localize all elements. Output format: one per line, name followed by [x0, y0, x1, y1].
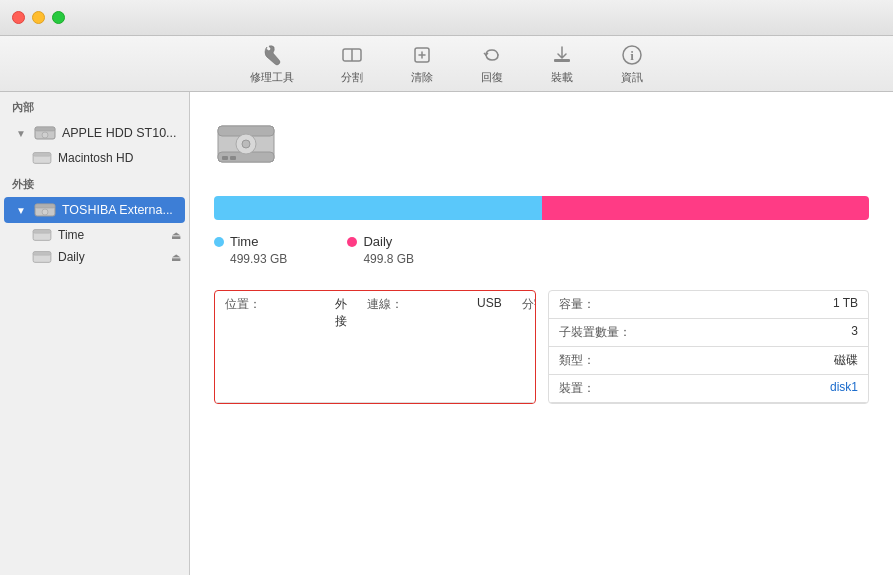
erase-icon: [410, 43, 434, 67]
legend-time: Time499.93 GB: [214, 234, 287, 266]
sidebar-item-macintosh-hd[interactable]: Macintosh HD: [0, 147, 189, 169]
chevron-icon: ▼: [16, 205, 26, 216]
mount-label: 裝載: [551, 70, 573, 85]
sidebar: 內部▼APPLE HDD ST10...Macintosh HD外接▼TOSHI…: [0, 92, 190, 575]
info-table-left: 位置：外接連線：USB分割區配置表：GUID 分割區配置表S.M.A.R.T. …: [214, 290, 536, 404]
info-value: 外接: [325, 291, 357, 402]
toolbar-mount[interactable]: 裝載: [542, 39, 582, 89]
info-table-right: 容量：1 TB子裝置數量：3類型：磁碟裝置：disk1: [548, 290, 870, 404]
legend-dot-row-daily: Daily: [347, 234, 414, 249]
toolbar-restore[interactable]: 回復: [472, 39, 512, 89]
info-icon: i: [620, 43, 644, 67]
mount-icon: [550, 43, 574, 67]
svg-rect-17: [33, 252, 51, 256]
disk-icon: [34, 201, 56, 219]
info-label: 資訊: [621, 70, 643, 85]
toolbar: 修理工具分割清除回復裝載i資訊: [0, 36, 893, 92]
sidebar-item-toshiba[interactable]: ▼TOSHIBA Externa...: [4, 197, 185, 223]
chevron-icon: ▼: [16, 128, 26, 139]
content-area: Time499.93 GBDaily499.8 GB 位置：外接連線：USB分割…: [190, 92, 893, 575]
main-layout: 內部▼APPLE HDD ST10...Macintosh HD外接▼TOSHI…: [0, 92, 893, 575]
svg-text:i: i: [630, 47, 634, 62]
info-row: 分割區配置表：GUID 分割區配置表: [512, 291, 536, 403]
titlebar: [0, 0, 893, 36]
sidebar-item-apple-hdd[interactable]: ▼APPLE HDD ST10...: [4, 120, 185, 146]
info-label: 類型：: [549, 347, 659, 374]
repair-icon: [260, 43, 284, 67]
sidebar-item-label: Macintosh HD: [58, 151, 133, 165]
info-row: 類型：磁碟: [549, 347, 869, 375]
sub-disk-icon: [32, 227, 52, 243]
sidebar-item-label: APPLE HDD ST10...: [62, 126, 177, 140]
erase-label: 清除: [411, 70, 433, 85]
eject-icon[interactable]: ⏏: [171, 251, 181, 264]
sidebar-item-label: Daily: [58, 250, 85, 264]
svg-rect-7: [35, 127, 55, 131]
svg-rect-24: [230, 156, 236, 160]
maximize-button[interactable]: [52, 11, 65, 24]
sidebar-section-external: 外接: [0, 169, 189, 196]
partition-time-bar: [214, 196, 542, 220]
info-label: 位置：: [215, 291, 325, 402]
minimize-button[interactable]: [32, 11, 45, 24]
toolbar-repair[interactable]: 修理工具: [242, 39, 302, 89]
info-value: 磁碟: [659, 347, 869, 374]
info-section: 位置：外接連線：USB分割區配置表：GUID 分割區配置表S.M.A.R.T. …: [214, 290, 869, 404]
info-row: 位置：外接: [215, 291, 357, 403]
toolbar-erase[interactable]: 清除: [402, 39, 442, 89]
eject-icon[interactable]: ⏏: [171, 229, 181, 242]
legend-daily: Daily499.8 GB: [347, 234, 414, 266]
restore-label: 回復: [481, 70, 503, 85]
info-value: USB: [467, 291, 512, 402]
device-icon: [214, 112, 278, 176]
toolbar-partition[interactable]: 分割: [332, 39, 372, 89]
restore-icon: [480, 43, 504, 67]
svg-point-8: [42, 132, 48, 138]
info-label: 子裝置數量：: [549, 319, 659, 346]
close-button[interactable]: [12, 11, 25, 24]
info-label: 裝置：: [549, 375, 659, 402]
svg-rect-10: [33, 153, 51, 157]
legend-size-daily: 499.8 GB: [347, 252, 414, 266]
sidebar-item-label: TOSHIBA Externa...: [62, 203, 177, 217]
window-controls: [12, 11, 65, 24]
device-header: [214, 112, 869, 176]
info-label: 連線：: [357, 291, 467, 402]
partition-bar: [214, 196, 869, 220]
legend-dot-time: [214, 237, 224, 247]
svg-rect-12: [35, 204, 55, 208]
svg-rect-23: [222, 156, 228, 160]
sub-disk-icon: [32, 150, 52, 166]
info-value: disk1: [659, 375, 869, 402]
svg-rect-3: [554, 59, 570, 62]
info-label: 分割區配置表：: [512, 291, 536, 402]
svg-rect-15: [33, 230, 51, 234]
svg-point-13: [42, 209, 48, 215]
svg-point-22: [242, 140, 250, 148]
sub-disk-icon: [32, 249, 52, 265]
sidebar-section-internal: 內部: [0, 92, 189, 119]
info-value: 1 TB: [659, 291, 869, 318]
info-value: 3: [659, 319, 869, 346]
sidebar-item-label: Time: [58, 228, 84, 242]
legend-name-time: Time: [230, 234, 258, 249]
info-row: 容量：1 TB: [549, 291, 869, 319]
partition-daily-bar: [542, 196, 870, 220]
partition-label: 分割: [341, 70, 363, 85]
sidebar-item-time[interactable]: Time⏏: [0, 224, 189, 246]
disk-icon: [34, 124, 56, 142]
info-row: 裝置：disk1: [549, 375, 869, 403]
info-label: 容量：: [549, 291, 659, 318]
legend-dot-daily: [347, 237, 357, 247]
legend-name-daily: Daily: [363, 234, 392, 249]
info-row: 子裝置數量：3: [549, 319, 869, 347]
partition-icon: [340, 43, 364, 67]
legend-size-time: 499.93 GB: [214, 252, 287, 266]
repair-label: 修理工具: [250, 70, 294, 85]
sidebar-item-daily[interactable]: Daily⏏: [0, 246, 189, 268]
legend-dot-row-time: Time: [214, 234, 287, 249]
toolbar-info[interactable]: i資訊: [612, 39, 652, 89]
partition-legend: Time499.93 GBDaily499.8 GB: [214, 234, 869, 266]
info-row: 連線：USB: [357, 291, 512, 403]
